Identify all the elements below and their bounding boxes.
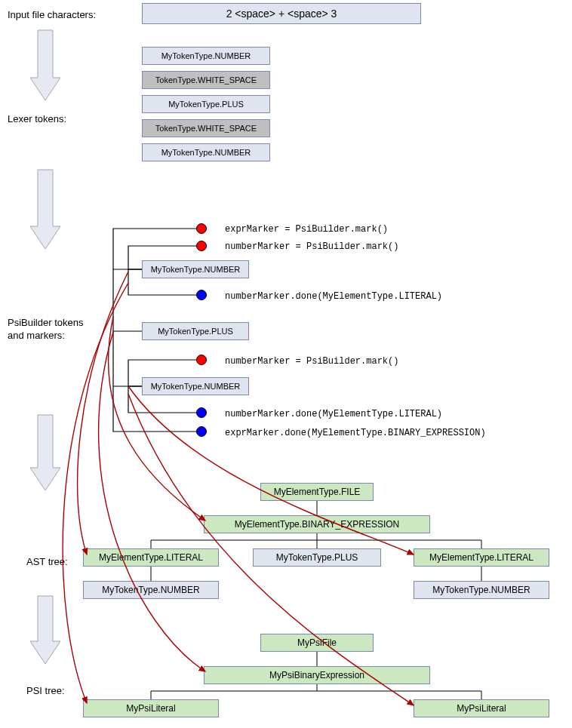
dot-num1-mark — [196, 241, 207, 251]
psi-lit-l: MyPsiLiteral — [83, 699, 219, 717]
big-arrow-1 — [30, 30, 60, 100]
dot-num2-done — [196, 407, 207, 418]
big-arrow-3 — [30, 415, 60, 490]
lexer-token-1: TokenType.WHITE_SPACE — [142, 71, 270, 89]
ast-lit-r: MyElementType.LITERAL — [414, 548, 549, 567]
ast-file: MyElementType.FILE — [260, 483, 374, 501]
psi-lit-r: MyPsiLiteral — [414, 699, 549, 717]
dot-num2-mark — [196, 355, 207, 365]
psib-token-plus: MyTokenType.PLUS — [142, 322, 249, 340]
ast-num-r: MyTokenType.NUMBER — [414, 581, 549, 599]
ast-plus: MyTokenType.PLUS — [253, 548, 381, 567]
ast-bin: MyElementType.BINARY_EXPRESSION — [204, 515, 430, 533]
label-input: Input file characters: — [8, 9, 96, 20]
psib-token-num1: MyTokenType.NUMBER — [142, 260, 249, 278]
code-num1-mark: numberMarker = PsiBuilder.mark() — [225, 241, 398, 252]
code-num1-done: numberMarker.done(MyElementType.LITERAL) — [225, 291, 442, 302]
lexer-token-3: TokenType.WHITE_SPACE — [142, 119, 270, 137]
psi-file: MyPsiFile — [260, 634, 374, 652]
ast-lit-l: MyElementType.LITERAL — [83, 548, 219, 567]
code-num2-mark: numberMarker = PsiBuilder.mark() — [225, 356, 398, 367]
psi-bin: MyPsiBinaryExpression — [204, 666, 430, 684]
big-arrow-2 — [30, 170, 60, 249]
input-chars-box: 2 <space> + <space> 3 — [142, 3, 421, 24]
label-ast: AST tree: — [26, 556, 68, 567]
label-lexer: Lexer tokens: — [8, 113, 66, 124]
psib-token-num2: MyTokenType.NUMBER — [142, 377, 249, 395]
code-expr-mark: exprMarker = PsiBuilder.mark() — [225, 224, 388, 235]
ast-num-l: MyTokenType.NUMBER — [83, 581, 219, 599]
lexer-token-4: MyTokenType.NUMBER — [142, 143, 270, 161]
dot-num1-done — [196, 290, 207, 300]
code-num2-done: numberMarker.done(MyElementType.LITERAL) — [225, 409, 442, 419]
lexer-token-2: MyTokenType.PLUS — [142, 95, 270, 113]
label-psi: PSI tree: — [26, 685, 65, 696]
big-arrow-4 — [30, 596, 60, 664]
diagram-canvas: { "labels": { "input": "Input file chara… — [0, 0, 572, 728]
label-psib: PsiBuilder tokens and markers: — [8, 317, 83, 342]
dot-expr-done — [196, 426, 207, 437]
lexer-token-0: MyTokenType.NUMBER — [142, 47, 270, 65]
code-expr-done: exprMarker.done(MyElementType.BINARY_EXP… — [225, 428, 486, 438]
dot-expr-mark — [196, 223, 207, 234]
